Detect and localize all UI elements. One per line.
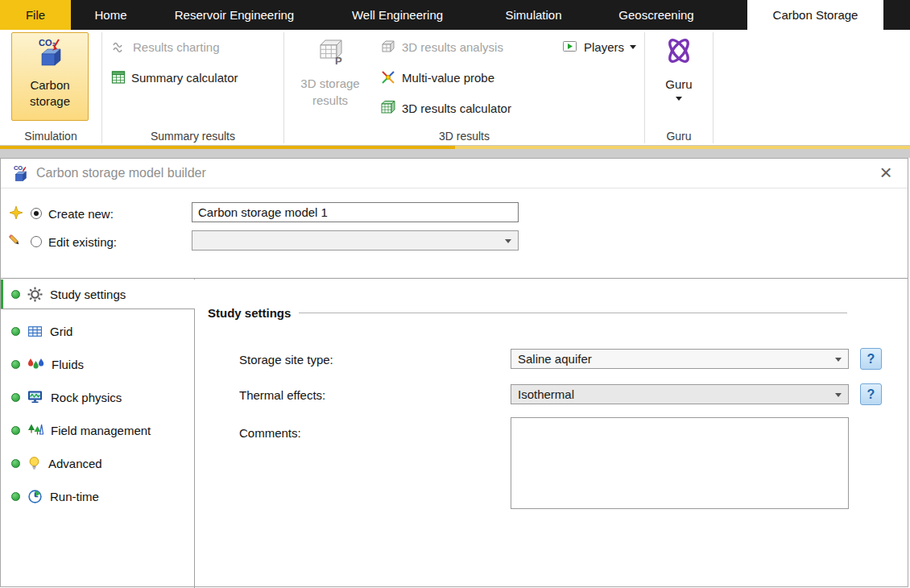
green-status-dot <box>11 459 20 468</box>
svg-text:P: P <box>335 55 342 66</box>
panel-divider <box>194 279 195 588</box>
chevron-down-icon <box>505 239 511 243</box>
help-button-storage-site-type[interactable]: ? <box>860 348 882 370</box>
group-label-3d-results: 3D results <box>284 128 644 144</box>
clock-icon <box>27 489 43 504</box>
results-charting-button[interactable]: Results charting <box>111 37 220 56</box>
wave-chart-icon <box>111 39 127 54</box>
guru-button[interactable]: Guru <box>645 32 713 101</box>
pencil-icon <box>7 233 22 247</box>
sidebar-item-grid[interactable]: Grid <box>1 315 193 347</box>
trees-icon <box>27 423 43 437</box>
section-header-study-settings: Study settings <box>208 304 847 321</box>
chevron-down-icon <box>835 358 842 362</box>
sidebar-label: Run-time <box>50 490 99 503</box>
edit-existing-radio[interactable] <box>31 236 42 247</box>
3d-storage-results-label: 3D storage results <box>293 75 367 109</box>
co2-cube-icon: CO₂ <box>34 36 66 70</box>
panel-border <box>1 278 908 279</box>
results-charting-label: Results charting <box>133 40 220 54</box>
group-separator <box>101 32 102 143</box>
sidebar-item-rock-physics[interactable]: Rock physics <box>1 381 193 413</box>
grid-icon <box>27 324 43 339</box>
create-new-radio[interactable] <box>31 208 42 219</box>
group-separator <box>283 32 284 143</box>
green-status-dot <box>11 492 20 501</box>
summary-calculator-button[interactable]: Summary calculator <box>111 68 238 87</box>
guru-label: Guru <box>665 77 692 91</box>
tab-reservoir-engineering[interactable]: Reservoir Engineering <box>151 0 318 30</box>
thermal-effects-select[interactable]: Isothermal <box>511 384 849 404</box>
3d-results-calculator-button[interactable]: 3D results calculator <box>380 98 511 118</box>
3d-grid-p-icon: P <box>314 34 346 66</box>
sidebar-label: Fluids <box>52 358 84 371</box>
tab-simulation[interactable]: Simulation <box>477 0 590 30</box>
ribbon-tab-bar: File Home Reservoir Engineering Well Eng… <box>0 0 910 30</box>
comments-label: Comments: <box>239 425 301 441</box>
create-new-label[interactable]: Create new: <box>48 206 114 222</box>
players-label: Players <box>584 40 624 54</box>
tab-well-engineering[interactable]: Well Engineering <box>318 0 477 30</box>
multi-value-probe-label: Multi-value probe <box>402 71 494 85</box>
group-label-guru: Guru <box>645 128 713 144</box>
play-window-icon <box>562 39 578 55</box>
sidebar-label: Study settings <box>50 288 126 301</box>
storage-site-type-value: Saline aquifer <box>518 352 592 366</box>
section-rule <box>299 313 847 313</box>
summary-calculator-label: Summary calculator <box>131 71 238 85</box>
dialog-title: Carbon storage model builder <box>36 159 206 188</box>
fluids-drops-icon <box>27 358 44 371</box>
sidebar-item-fluids[interactable]: Fluids <box>1 348 193 380</box>
color-probe-icon <box>380 69 396 85</box>
storage-site-type-select[interactable]: Saline aquifer <box>511 349 849 369</box>
tab-geoscreening[interactable]: Geoscreening <box>590 0 722 30</box>
green-status-dot <box>11 290 20 299</box>
storage-site-type-label: Storage site type: <box>239 352 333 368</box>
active-tab-merge <box>194 280 195 308</box>
window-gap <box>0 149 910 158</box>
group-label-simulation: Simulation <box>0 128 101 144</box>
bulb-icon <box>27 456 41 471</box>
close-icon[interactable]: × <box>874 160 898 186</box>
tab-carbon-storage[interactable]: Carbon Storage <box>747 0 883 30</box>
3d-results-analysis-label: 3D results analysis <box>402 40 503 54</box>
3d-grid-icon <box>380 39 396 55</box>
green-3d-grid-icon <box>380 100 396 116</box>
sidebar-label: Grid <box>50 325 72 338</box>
carbon-storage-model-builder-dialog: CO₂ Carbon storage model builder × Creat… <box>0 158 908 587</box>
svg-text:CO₂: CO₂ <box>39 38 56 48</box>
sidebar-item-field-management[interactable]: Field management <box>1 414 193 446</box>
3d-results-analysis-button[interactable]: 3D results analysis <box>380 37 503 56</box>
ribbon: CO₂ Carbon storage Simulation Results ch… <box>0 30 910 146</box>
carbon-storage-button[interactable]: CO₂ Carbon storage <box>11 32 89 121</box>
green-status-dot <box>11 327 20 336</box>
sidebar-label: Field management <box>51 424 151 437</box>
co2-cube-icon: CO₂ <box>10 164 30 184</box>
green-status-dot <box>11 360 20 369</box>
3d-storage-results-button[interactable]: P 3D storage results <box>286 34 374 109</box>
edit-existing-select[interactable] <box>192 230 519 251</box>
group-separator <box>713 32 714 143</box>
edit-existing-label[interactable]: Edit existing: <box>48 234 117 251</box>
multi-value-probe-button[interactable]: Multi-value probe <box>380 68 494 87</box>
sidebar-item-study-settings[interactable]: Study settings <box>1 280 194 309</box>
model-name-input[interactable] <box>192 202 519 222</box>
active-tab-accent <box>1 280 3 308</box>
tab-home[interactable]: Home <box>71 0 151 30</box>
comments-textarea[interactable] <box>511 417 849 509</box>
help-button-thermal-effects[interactable]: ? <box>860 383 882 405</box>
3d-results-calculator-label: 3D results calculator <box>402 101 511 115</box>
tab-file[interactable]: File <box>0 0 71 30</box>
carbon-storage-label: Carbon storage <box>17 77 83 110</box>
purple-knot-icon <box>660 32 697 69</box>
chevron-down-icon <box>835 393 842 397</box>
chevron-down-icon <box>676 97 682 101</box>
players-button[interactable]: Players <box>562 37 636 56</box>
green-status-dot <box>11 393 20 402</box>
sidebar-item-advanced[interactable]: Advanced <box>1 447 193 479</box>
sidebar-item-run-time[interactable]: Run-time <box>1 480 193 512</box>
group-label-summary-results: Summary results <box>102 128 283 144</box>
green-status-dot <box>11 426 20 435</box>
thermal-effects-value: Isothermal <box>518 387 574 401</box>
title-separator <box>1 188 908 188</box>
